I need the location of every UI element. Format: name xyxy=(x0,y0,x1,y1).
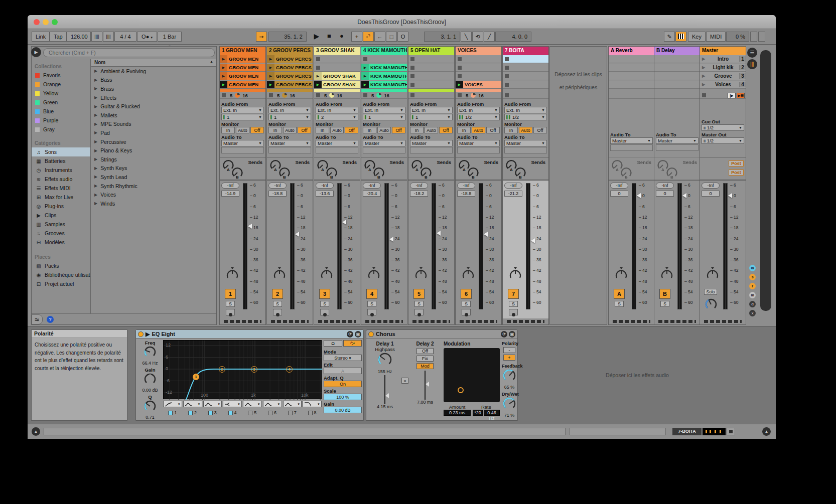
volume-min-button[interactable]: -Inf xyxy=(221,183,239,189)
volume-min-button[interactable]: -Inf xyxy=(410,183,428,189)
track-activator-button[interactable]: 2 xyxy=(272,289,283,299)
return-activator-button[interactable]: B xyxy=(659,289,670,299)
clip-slot[interactable]: ▶ GROOV MEN xyxy=(220,72,265,80)
eq-gain-value[interactable]: 0.00 dB xyxy=(138,388,162,393)
chorus-highpass-knob[interactable] xyxy=(369,352,400,369)
pan-knob[interactable] xyxy=(318,267,335,280)
sidebar-place-bibliothèque-utilisat[interactable]: ◉Bibliothèque utilisat xyxy=(32,270,90,279)
tempo-field[interactable]: 126.00 xyxy=(67,32,91,42)
sidebar-collection-gray[interactable]: Gray xyxy=(32,125,90,134)
clip-slot[interactable]: ▶ GROOV SHAK xyxy=(314,81,360,89)
io-overview-icon[interactable]: ||| xyxy=(747,59,757,69)
stop-icon[interactable] xyxy=(316,93,320,97)
track-header[interactable]: Master xyxy=(700,47,746,55)
return-empty-slot[interactable] xyxy=(609,64,654,72)
mixer-toggle-io-icon[interactable]: io xyxy=(749,265,756,271)
sidebar-collection-blue[interactable]: Blue xyxy=(32,107,90,116)
arm-button[interactable] xyxy=(367,309,376,315)
input-type-selector[interactable]: Ext. In▼ xyxy=(268,107,311,113)
close-window-button[interactable] xyxy=(34,19,40,25)
eq-gain-knob[interactable] xyxy=(138,373,162,388)
chorus-delay2-time[interactable]: 7.00 ms xyxy=(409,400,441,405)
scene-row[interactable]: ▶ Light kik 2 xyxy=(700,64,746,72)
volume-value[interactable]: -13.6 xyxy=(316,191,334,197)
clip-launch-icon[interactable]: ▶ xyxy=(361,72,369,80)
xy-handle[interactable] xyxy=(458,387,464,393)
clip-stop-icon[interactable] xyxy=(410,74,414,78)
eq-band-enable-checkbox[interactable] xyxy=(248,411,252,415)
clip-stop-icon[interactable] xyxy=(505,83,509,87)
browser-item[interactable]: ▶Strings xyxy=(91,155,216,164)
input-type-selector[interactable]: Ext. In▼ xyxy=(457,107,500,113)
sidebar-category-effets-audio[interactable]: ≋Effets audio xyxy=(32,175,90,184)
clip-launch-icon[interactable]: ▶ xyxy=(361,64,369,71)
track-activator-button[interactable]: 5 xyxy=(413,289,425,299)
eq-adaptq-toggle[interactable]: On xyxy=(324,381,362,387)
monitor-off-button[interactable]: Off xyxy=(486,127,500,133)
chorus-feedback-knob[interactable] xyxy=(502,369,517,385)
monitor-auto-button[interactable]: Auto xyxy=(519,127,532,133)
eq-band-shape-selector[interactable]: ▼ xyxy=(303,401,322,407)
expand-icon[interactable]: ▶ xyxy=(94,78,97,82)
input-type-selector[interactable]: Ext. In▼ xyxy=(221,107,264,113)
browser-item[interactable]: ▶Percussive xyxy=(91,137,216,146)
headphone-audition-icon[interactable]: Ω xyxy=(324,340,342,347)
output-type-selector[interactable]: Master▼ xyxy=(268,140,311,146)
sidebar-collection-orange[interactable]: Orange xyxy=(32,80,90,89)
loop-length-field[interactable]: 4. 0. 0 xyxy=(495,32,531,42)
knob-dial[interactable] xyxy=(705,298,718,311)
send-knob[interactable]: B xyxy=(620,166,633,179)
clip-slot[interactable]: ▶ KICK MAMOUTH xyxy=(361,64,407,72)
clip-stop-icon[interactable] xyxy=(410,83,414,87)
eq-band-shape-selector[interactable]: ▼ xyxy=(163,401,182,407)
solo-button[interactable]: S xyxy=(462,301,471,307)
sidebar-category-instruments[interactable]: ◷Instruments xyxy=(32,165,90,175)
eq-band-enable-checkbox[interactable] xyxy=(288,411,293,415)
chorus-title-bar[interactable]: Chorus ⟳▣ xyxy=(366,330,517,339)
clip-slot[interactable]: ▶ GROOV PERCS xyxy=(267,55,313,63)
eq-band-marker[interactable]: 1 xyxy=(193,374,199,380)
clip-slot[interactable]: ▶ VOICES xyxy=(456,81,501,89)
monitor-off-button[interactable]: Off xyxy=(439,127,453,133)
save-preset-icon[interactable]: ▣ xyxy=(509,331,515,338)
output-channel-field[interactable] xyxy=(268,147,311,153)
mixer-toggle-r-icon[interactable]: r xyxy=(749,283,756,289)
send-b-post-toggle[interactable]: Post xyxy=(729,170,744,176)
browser-item[interactable]: ▶Ambient & Evolving xyxy=(91,67,216,76)
chorus-rate-field[interactable]: 0.46 Hz xyxy=(484,410,500,416)
send-a-post-toggle[interactable]: Post xyxy=(729,160,744,166)
input-type-selector[interactable]: Ext. In▼ xyxy=(410,107,453,113)
send-knob[interactable]: B xyxy=(514,166,527,179)
midi-map-button[interactable]: MIDI xyxy=(706,32,726,42)
knob-dial[interactable] xyxy=(502,397,516,411)
eq-band-enable-checkbox[interactable] xyxy=(188,411,193,415)
eq-band-shape-selector[interactable]: ▼ xyxy=(183,401,202,407)
master-out-selector[interactable]: ii 1/2▼ xyxy=(702,137,744,144)
browser-item[interactable]: ▶Effects xyxy=(91,93,216,102)
volume-fader-handle[interactable] xyxy=(295,232,299,237)
send-knob[interactable]: B xyxy=(278,166,291,179)
empty-clip-slot[interactable] xyxy=(408,64,454,72)
mixer-toggle-m-icon[interactable]: m xyxy=(749,292,756,298)
arm-button[interactable] xyxy=(320,309,329,315)
output-type-selector[interactable]: Master▼ xyxy=(316,140,358,146)
volume-value[interactable]: -14.9 xyxy=(221,191,239,197)
expand-icon[interactable]: ▶ xyxy=(94,95,97,100)
device-collapse-icon[interactable]: ▶ xyxy=(146,331,150,338)
sidebar-collection-purple[interactable]: Purple xyxy=(32,116,90,125)
track-header[interactable]: A Reverb xyxy=(609,47,654,55)
clip-slot[interactable]: ▶ KICK MAMOUTH xyxy=(361,81,407,89)
chorus-delay2-mod-button[interactable]: Mod xyxy=(416,363,434,369)
monitor-auto-button[interactable]: Auto xyxy=(283,127,297,133)
sidebar-category-sons[interactable]: ♫Sons xyxy=(32,147,90,156)
volume-fader-handle[interactable] xyxy=(389,237,393,242)
clip-slot[interactable]: ▶ GROOV PERCS xyxy=(267,81,313,89)
stop-icon[interactable] xyxy=(505,93,509,97)
knob-dial[interactable] xyxy=(502,369,516,383)
clip-slot[interactable]: ▶ GROOV MEN xyxy=(220,64,265,72)
empty-clip-slot[interactable] xyxy=(503,55,548,63)
pan-knob[interactable] xyxy=(658,267,675,280)
sidebar-place-projet-actuel[interactable]: ⊡Projet actuel xyxy=(32,279,90,288)
track-header[interactable]: 1 GROOV MEN xyxy=(220,47,265,55)
monitor-off-button[interactable]: Off xyxy=(250,127,264,133)
